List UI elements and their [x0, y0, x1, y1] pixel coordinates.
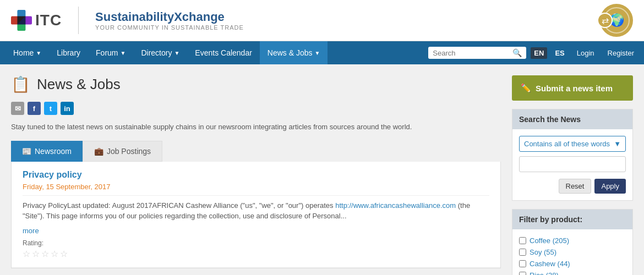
- nav-library-label: Library: [57, 48, 80, 57]
- cashew-label[interactable]: Cashew (44): [530, 260, 570, 268]
- apply-button[interactable]: Apply: [594, 179, 626, 194]
- list-item[interactable]: Soy (55): [519, 246, 626, 258]
- rice-checkbox[interactable]: [519, 272, 526, 275]
- filter-buttons: Reset Apply: [519, 179, 626, 194]
- nav-library[interactable]: Library: [49, 41, 88, 64]
- intro-text: Stay tuned to the latest news on sustain…: [11, 122, 501, 133]
- pencil-icon: ✏️: [521, 83, 531, 93]
- social-icons: ✉ f t in: [11, 102, 501, 115]
- search-news-title: Search the News: [512, 109, 632, 129]
- filter-type-arrow: ▼: [614, 140, 621, 148]
- jobpostings-tab-label: Job Postings: [107, 147, 151, 156]
- nav-forum-label: Forum: [96, 48, 118, 57]
- reset-button[interactable]: Reset: [559, 179, 592, 194]
- rating-label: Rating:: [23, 239, 489, 247]
- itc-cross-icon: [11, 10, 32, 31]
- nav-newsjobs[interactable]: News & Jobs ▼: [260, 41, 328, 64]
- search-news-section: Search the News Contains all of these wo…: [512, 109, 633, 201]
- search-button[interactable]: 🔍: [512, 48, 522, 57]
- switch-icon: ⇄: [597, 13, 613, 28]
- rating-stars[interactable]: ☆ ☆ ☆ ☆ ☆: [23, 249, 489, 259]
- article-divider: [23, 195, 489, 196]
- newsroom-tab-icon: 📰: [22, 147, 31, 156]
- logo-divider: [78, 7, 79, 34]
- nav-events[interactable]: Events Calendar: [187, 41, 260, 64]
- login-link[interactable]: Login: [572, 49, 599, 57]
- nav-items: Home ▼ Library Forum ▼ Directory ▼ Event…: [6, 41, 328, 64]
- linkedin-share-icon[interactable]: in: [61, 102, 74, 115]
- search-box[interactable]: 🔍: [428, 47, 526, 59]
- logo-itc[interactable]: ITC: [11, 10, 62, 31]
- filter-product-title: Filter by product:: [512, 210, 632, 229]
- nav-directory-arrow: ▼: [174, 50, 179, 56]
- newsjobs-icon: 📋: [11, 75, 30, 94]
- nav-forum-arrow: ▼: [121, 50, 126, 56]
- nav-events-label: Events Calendar: [195, 48, 252, 57]
- product-filter-list: Coffee (205) Soy (55) Cashew (44) Rice (…: [512, 229, 632, 275]
- header-right: ⇄ 🌍: [600, 4, 633, 37]
- logo-area: ITC SustainabilityXchange YOUR COMMUNITY…: [11, 7, 244, 34]
- sidebar: ✏️ Submit a news item Search the News Co…: [512, 75, 633, 275]
- nav-newsjobs-label: News & Jobs: [268, 48, 313, 57]
- lang-en[interactable]: EN: [531, 47, 547, 59]
- soy-label[interactable]: Soy (55): [530, 248, 556, 256]
- nav-directory[interactable]: Directory ▼: [133, 41, 187, 64]
- star-5[interactable]: ☆: [60, 249, 68, 259]
- list-item[interactable]: Rice (38): [519, 270, 626, 275]
- soy-checkbox[interactable]: [519, 249, 526, 256]
- table-row: Privacy policy Friday, 15 September, 201…: [12, 162, 500, 268]
- navbar: Home ▼ Library Forum ▼ Directory ▼ Event…: [0, 41, 644, 64]
- search-news-content: Contains all of these words ▼ Reset Appl…: [512, 129, 632, 200]
- submit-news-button[interactable]: ✏️ Submit a news item: [512, 75, 633, 101]
- star-1[interactable]: ☆: [23, 249, 30, 259]
- facebook-share-icon[interactable]: f: [28, 102, 41, 115]
- nav-newsjobs-arrow: ▼: [315, 50, 320, 56]
- nav-home-label: Home: [13, 48, 34, 57]
- logo-sub-text: YOUR COMMUNITY IN SUSTAINABLE TRADE: [95, 24, 244, 31]
- article-title[interactable]: Privacy policy: [23, 170, 489, 180]
- filter-type-dropdown[interactable]: Contains all of these words ▼: [519, 136, 626, 152]
- article-list: Privacy policy Friday, 15 September, 201…: [11, 162, 501, 268]
- page-title-area: 📋 News & Jobs: [11, 75, 501, 94]
- page-title: News & Jobs: [37, 76, 121, 93]
- coffee-label[interactable]: Coffee (205): [530, 237, 569, 245]
- header: ITC SustainabilityXchange YOUR COMMUNITY…: [0, 0, 644, 41]
- coffee-checkbox[interactable]: [519, 237, 526, 244]
- article-more-link[interactable]: more: [23, 227, 39, 235]
- submit-news-label: Submit a news item: [536, 84, 613, 93]
- nav-home[interactable]: Home ▼: [6, 41, 49, 64]
- search-input[interactable]: [433, 49, 510, 57]
- article-date: Friday, 15 September, 2017: [23, 183, 489, 191]
- jobpostings-tab-icon: 💼: [94, 147, 103, 156]
- logo-main-text: SustainabilityXchange: [95, 10, 244, 24]
- star-3[interactable]: ☆: [41, 249, 49, 259]
- filter-type-label: Contains all of these words: [524, 140, 610, 148]
- star-4[interactable]: ☆: [51, 249, 58, 259]
- list-item[interactable]: Coffee (205): [519, 235, 626, 246]
- nav-forum[interactable]: Forum ▼: [88, 41, 133, 64]
- email-share-icon[interactable]: ✉: [11, 102, 24, 115]
- twitter-share-icon[interactable]: t: [44, 102, 57, 115]
- globe-icon[interactable]: ⇄ 🌍: [600, 4, 633, 37]
- tab-newsroom[interactable]: 📰 Newsroom: [11, 141, 83, 162]
- filter-search-input[interactable]: [519, 156, 626, 172]
- content-area: 📋 News & Jobs ✉ f t in Stay tuned to the…: [11, 75, 501, 275]
- register-link[interactable]: Register: [603, 49, 638, 57]
- tabs: 📰 Newsroom 💼 Job Postings: [11, 141, 501, 162]
- filter-by-product-section: Filter by product: Coffee (205) Soy (55)…: [512, 209, 633, 275]
- main-content: 📋 News & Jobs ✉ f t in Stay tuned to the…: [0, 64, 644, 275]
- logo-sustainability: SustainabilityXchange YOUR COMMUNITY IN …: [95, 10, 244, 31]
- article-excerpt: Privacy PolicyLast updated: August 2017A…: [23, 200, 489, 222]
- lang-es[interactable]: ES: [552, 47, 567, 59]
- cashew-checkbox[interactable]: [519, 260, 526, 267]
- star-2[interactable]: ☆: [32, 249, 40, 259]
- itc-text: ITC: [35, 12, 62, 29]
- article-url[interactable]: http://www.africancashewalliance.com: [335, 201, 456, 210]
- nav-directory-label: Directory: [141, 48, 172, 57]
- search-filter: Contains all of these words ▼ Reset Appl…: [519, 136, 626, 194]
- tab-jobpostings[interactable]: 💼 Job Postings: [83, 141, 162, 162]
- list-item[interactable]: Cashew (44): [519, 258, 626, 270]
- rice-label[interactable]: Rice (38): [530, 271, 559, 275]
- nav-home-arrow: ▼: [36, 50, 41, 56]
- nav-search-area: 🔍 EN ES Login Register: [428, 47, 638, 59]
